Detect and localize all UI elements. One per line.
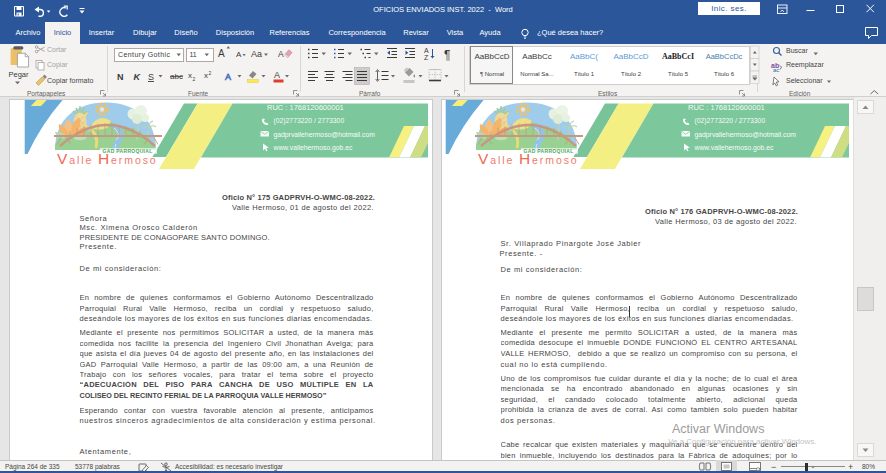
svg-text:2: 2 <box>193 76 196 82</box>
svg-text:N: N <box>117 72 124 82</box>
svg-text:¶: ¶ <box>444 48 450 62</box>
svg-text:Aa: Aa <box>251 49 262 59</box>
svg-text:ac: ac <box>773 67 779 73</box>
svg-text:x: x <box>188 71 192 80</box>
svg-text:abc: abc <box>170 72 183 81</box>
svg-text:Z: Z <box>424 54 429 61</box>
svg-text:2: 2 <box>209 70 212 76</box>
svg-text:x: x <box>204 71 208 80</box>
svg-text:A: A <box>278 49 284 59</box>
svg-text:S: S <box>148 72 154 82</box>
svg-text:A: A <box>225 72 231 82</box>
svg-text:A: A <box>218 48 225 59</box>
svg-text:A: A <box>274 70 280 80</box>
svg-text:A: A <box>236 50 242 59</box>
svg-text:A: A <box>424 47 429 54</box>
svg-text:K: K <box>134 72 142 82</box>
